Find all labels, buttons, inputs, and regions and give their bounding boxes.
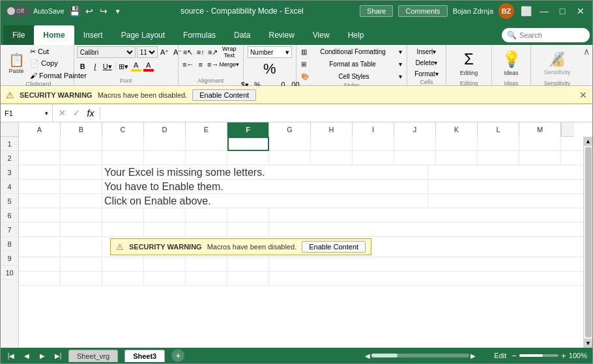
tab-insert[interactable]: Insert xyxy=(74,25,112,45)
col-header-I[interactable]: I xyxy=(353,122,394,137)
cell-B4[interactable] xyxy=(61,180,102,194)
cell-J1[interactable] xyxy=(394,137,436,151)
font-size-select[interactable]: 11 xyxy=(137,46,158,58)
cell-A6[interactable] xyxy=(19,208,61,223)
collapse-ribbon-button[interactable]: ∧ xyxy=(583,46,590,57)
cell-F10[interactable] xyxy=(227,272,269,286)
align-center-button[interactable]: ≡ xyxy=(195,59,207,70)
cell-D1[interactable] xyxy=(144,137,186,151)
wrap-text-button[interactable]: Wrap Text xyxy=(220,46,239,58)
fill-color-button[interactable]: A xyxy=(130,61,142,72)
cell-E10[interactable] xyxy=(186,272,227,286)
cell-B3[interactable] xyxy=(61,165,102,180)
cell-C4[interactable]: You have to Enable them. xyxy=(102,180,428,194)
col-header-M[interactable]: M xyxy=(519,122,561,137)
number-format-select[interactable]: Number ▾ xyxy=(248,46,292,58)
col-header-C[interactable]: C xyxy=(102,122,144,137)
sheet-nav-last[interactable]: ▶| xyxy=(53,350,63,361)
merge-center-button[interactable]: Merge▾ xyxy=(220,59,239,70)
sensitivity-button[interactable]: 🔏 Sensitivity xyxy=(541,46,574,80)
zoom-out-button[interactable]: − xyxy=(512,351,517,361)
security-close-button[interactable]: ✕ xyxy=(579,90,587,100)
cell-D6[interactable] xyxy=(144,208,186,223)
align-top-left-button[interactable]: ≡↖ xyxy=(182,46,194,58)
add-sheet-button[interactable]: + xyxy=(171,349,184,362)
cell-A9[interactable] xyxy=(19,257,61,272)
cell-F6[interactable] xyxy=(227,208,269,223)
align-top-right-button[interactable]: ≡↗ xyxy=(207,46,219,58)
comments-button[interactable]: Comments xyxy=(398,5,447,17)
tab-formulas[interactable]: Formulas xyxy=(174,25,225,45)
formula-fx-button[interactable]: fx xyxy=(84,107,97,120)
col-header-K[interactable]: K xyxy=(436,122,478,137)
cell-E7[interactable] xyxy=(186,223,227,237)
cell-D7[interactable] xyxy=(144,223,186,237)
tab-help[interactable]: Help xyxy=(339,25,373,45)
cell-A3[interactable] xyxy=(19,165,61,180)
delete-cells-button[interactable]: Delete▾ xyxy=(411,57,443,68)
zoom-bar[interactable] xyxy=(519,354,558,357)
sheet-tab-vrg[interactable]: Sheet_vrg xyxy=(68,350,118,362)
tab-review[interactable]: Review xyxy=(259,25,303,45)
enable-content-button[interactable]: Enable Content xyxy=(192,89,256,101)
cell-C9[interactable] xyxy=(102,257,144,272)
save-button[interactable]: 💾 xyxy=(68,5,81,18)
cell-F2[interactable] xyxy=(227,151,269,165)
cell-K1[interactable] xyxy=(436,137,478,151)
sheet-nav-next[interactable]: ▶ xyxy=(37,350,48,361)
cell-A2[interactable] xyxy=(19,151,61,165)
cell-D10[interactable] xyxy=(144,272,186,286)
cell-M2[interactable] xyxy=(519,151,561,165)
cell-C1[interactable] xyxy=(102,137,144,151)
tab-home[interactable]: Home xyxy=(34,25,74,45)
redo-button[interactable]: ↪ xyxy=(97,5,110,18)
avatar[interactable]: BZ xyxy=(499,3,514,19)
col-header-E[interactable]: E xyxy=(186,122,227,137)
row-2[interactable]: 2 xyxy=(1,151,18,165)
formula-input[interactable] xyxy=(100,104,592,122)
editing-button[interactable]: Σ Editing xyxy=(457,46,482,80)
row-10[interactable]: 10 xyxy=(1,266,18,280)
cell-D9[interactable] xyxy=(144,257,186,272)
tab-data[interactable]: Data xyxy=(225,25,259,45)
row-6[interactable]: 6 xyxy=(1,208,18,223)
close-button[interactable]: ✕ xyxy=(574,5,587,18)
zoom-in-button[interactable]: + xyxy=(561,351,566,361)
cell-B2[interactable] xyxy=(61,151,102,165)
scroll-left-button[interactable]: ◀ xyxy=(365,352,370,359)
format-as-table-button[interactable]: ⊞ Format as Table ▾ xyxy=(299,59,404,70)
corner-cell[interactable] xyxy=(1,122,19,137)
cell-C10[interactable] xyxy=(102,272,144,286)
inner-enable-content-button[interactable]: Enable Content xyxy=(302,241,366,253)
border-button[interactable]: ⊞▾ xyxy=(118,61,130,72)
cell-F7[interactable] xyxy=(227,223,269,237)
cell-K2[interactable] xyxy=(436,151,478,165)
cell-L1[interactable] xyxy=(478,137,519,151)
align-top-center-button[interactable]: ≡↑ xyxy=(195,46,207,58)
row-9[interactable]: 9 xyxy=(1,251,18,266)
cell-H2[interactable] xyxy=(311,151,353,165)
col-header-A[interactable]: A xyxy=(19,122,61,137)
cell-C7[interactable] xyxy=(102,223,144,237)
ribbon-display-button[interactable]: ⬜ xyxy=(519,5,532,18)
conditional-formatting-button[interactable]: ▥ Conditional Formatting ▾ xyxy=(299,46,404,57)
cell-B8[interactable] xyxy=(61,240,102,254)
horizontal-scrollbar[interactable] xyxy=(371,354,469,357)
cell-G1[interactable] xyxy=(269,137,311,151)
scroll-up-button[interactable]: ▲ xyxy=(584,137,593,146)
align-left-button[interactable]: ≡← xyxy=(182,59,194,70)
more-commands-button[interactable]: ▼ xyxy=(111,5,124,18)
sheet-nav-first[interactable]: |◀ xyxy=(6,350,16,361)
tab-page-layout[interactable]: Page Layout xyxy=(112,25,174,45)
cell-A10[interactable] xyxy=(19,272,61,286)
col-header-G[interactable]: G xyxy=(269,122,311,137)
insert-cells-button[interactable]: Insert▾ xyxy=(411,46,443,57)
cell-L2[interactable] xyxy=(478,151,519,165)
cell-A8[interactable] xyxy=(19,240,61,254)
cell-A1[interactable] xyxy=(19,137,61,151)
cell-B10[interactable] xyxy=(61,272,102,286)
cell-A7[interactable] xyxy=(19,223,61,237)
scroll-right-button[interactable]: ▶ xyxy=(470,352,476,359)
tab-view[interactable]: View xyxy=(304,25,339,45)
cell-B7[interactable] xyxy=(61,223,102,237)
